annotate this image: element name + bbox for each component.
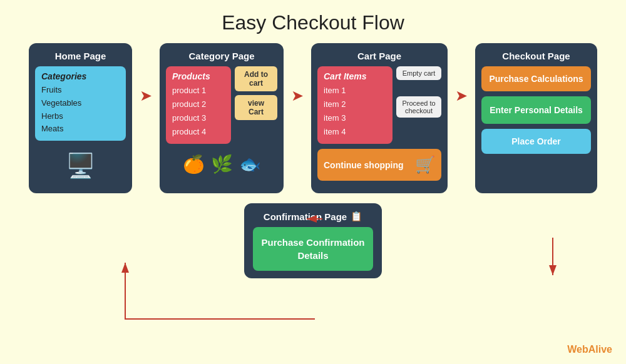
categories-title: Categories bbox=[41, 71, 120, 81]
place-order-button[interactable]: Place Order bbox=[481, 129, 591, 154]
confirmation-page-title: Confirmation Page 📋 bbox=[253, 211, 373, 222]
purchase-calculations-button[interactable]: Purchase Calculations bbox=[481, 66, 591, 91]
products-list: product 1product 2product 3product 4 bbox=[172, 84, 225, 139]
cart-page-card: Cart Page Cart Items item 1item 2item 3i… bbox=[311, 43, 448, 193]
cart-items-box: Cart Items item 1item 2item 3item 4 bbox=[317, 66, 393, 144]
cart-page-title: Cart Page bbox=[317, 51, 441, 61]
products-area: Products product 1product 2product 3prod… bbox=[166, 66, 277, 144]
category-page-card: Category Page Products product 1product … bbox=[160, 43, 284, 193]
confirmation-section: Confirmation Page 📋 Purchase Confirmatio… bbox=[0, 203, 626, 278]
cart-items-list: item 1item 2item 3item 4 bbox=[324, 84, 386, 139]
empty-cart-button[interactable]: Empty cart bbox=[396, 66, 441, 80]
confirmation-details-box: Purchase Confirmation Details bbox=[253, 227, 373, 271]
home-page-title: Home Page bbox=[35, 51, 126, 61]
food-icons: 🍊 🌿 🐟 bbox=[166, 154, 277, 174]
flow-container: Home Page Categories FruitsVegetablesHer… bbox=[0, 43, 626, 193]
continue-shopping-text: Continue shopping bbox=[324, 160, 404, 170]
personal-details-button[interactable]: Enter Personal Details bbox=[481, 96, 591, 124]
checkout-page-title: Checkout Page bbox=[481, 51, 591, 61]
cart-inner: Cart Items item 1item 2item 3item 4 Empt… bbox=[317, 66, 441, 144]
web-label: Web bbox=[567, 344, 588, 355]
alive-label: Alive bbox=[588, 344, 612, 355]
arrow-home-to-category: ➤ bbox=[140, 43, 152, 104]
fish-icon: 🐟 bbox=[239, 154, 261, 174]
cart-actions: Empty cart Proceed to checkout bbox=[396, 66, 441, 144]
shopping-cart-icon: 🛒 bbox=[415, 155, 435, 174]
home-page-card: Home Page Categories FruitsVegetablesHer… bbox=[29, 43, 132, 193]
category-page-title: Category Page bbox=[166, 51, 277, 61]
computer-icon: 🖥️ bbox=[35, 152, 126, 179]
products-title: Products bbox=[172, 71, 225, 81]
categories-box: Categories FruitsVegetablesHerbsMeats bbox=[35, 66, 126, 141]
checkout-page-card: Checkout Page Purchase Calculations Ente… bbox=[475, 43, 597, 193]
categories-list: FruitsVegetablesHerbsMeats bbox=[41, 84, 120, 136]
clipboard-icon: 📋 bbox=[351, 211, 362, 222]
cart-buttons: Add to cart view Cart bbox=[235, 66, 277, 144]
arrow-cart-to-checkout: ➤ bbox=[455, 43, 468, 104]
products-box: Products product 1product 2product 3prod… bbox=[166, 66, 231, 144]
confirmation-page-card: Confirmation Page 📋 Purchase Confirmatio… bbox=[244, 203, 382, 278]
page-title: Easy Checkout Flow bbox=[0, 0, 626, 43]
add-to-cart-button[interactable]: Add to cart bbox=[235, 66, 277, 91]
proceed-checkout-button[interactable]: Proceed to checkout bbox=[396, 96, 441, 118]
arrow-category-to-cart: ➤ bbox=[291, 43, 304, 104]
continue-shopping-box[interactable]: Continue shopping 🛒 bbox=[317, 149, 441, 181]
view-cart-button[interactable]: view Cart bbox=[235, 95, 277, 120]
webalive-branding: WebAlive bbox=[567, 344, 612, 355]
apple-icon: 🍊 bbox=[183, 154, 205, 174]
cart-items-title: Cart Items bbox=[324, 71, 386, 81]
herb-icon: 🌿 bbox=[211, 154, 233, 174]
